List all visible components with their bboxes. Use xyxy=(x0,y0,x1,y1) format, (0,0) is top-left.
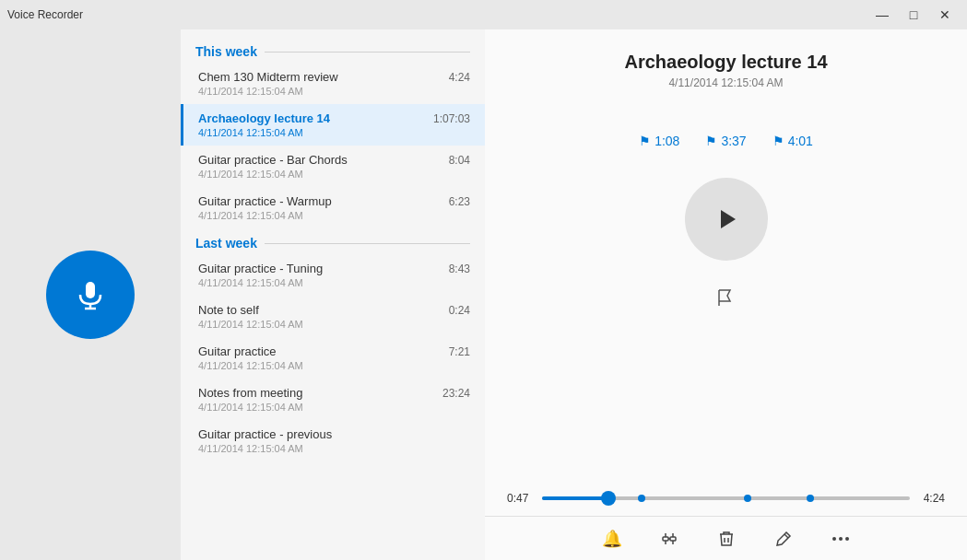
delete-button[interactable] xyxy=(711,523,742,554)
recording-date-rec-1: 4/11/2014 12:15:04 AM xyxy=(198,86,470,97)
rename-icon xyxy=(773,529,794,549)
app-body: This week Chem 130 Midterm review 4:24 4… xyxy=(0,29,967,560)
svg-point-11 xyxy=(839,537,843,541)
svg-point-10 xyxy=(832,537,836,541)
title-bar: Voice Recorder — □ ✕ xyxy=(0,0,967,29)
recording-duration-rec-8: 23:24 xyxy=(442,387,470,400)
marker-dot-1 xyxy=(638,495,645,502)
add-marker-button[interactable] xyxy=(715,286,737,313)
recording-date-rec-3: 4/11/2014 12:15:04 AM xyxy=(198,169,470,180)
player-header: Archaeology lecture 14 4/11/2014 12:15:0… xyxy=(609,29,842,89)
recording-item-rec-4[interactable]: Guitar practice - Warmup 6:23 4/11/2014 … xyxy=(181,187,485,228)
flag-icon-1: ⚑ xyxy=(639,134,651,148)
section-label-last-week: Last week xyxy=(195,236,257,251)
player-title: Archaeology lecture 14 xyxy=(624,52,827,73)
play-button[interactable] xyxy=(685,178,768,261)
marker-time-2: 3:37 xyxy=(721,134,746,148)
recording-name-rec-6: Note to self xyxy=(198,303,259,317)
recording-name-rec-4: Guitar practice - Warmup xyxy=(198,194,332,208)
svg-marker-3 xyxy=(721,210,736,228)
marker-item-2[interactable]: ⚑ 3:37 xyxy=(705,134,746,148)
marker-dot-3 xyxy=(807,495,814,502)
recording-date-rec-8: 4/11/2014 12:15:04 AM xyxy=(198,402,470,413)
recording-duration-rec-5: 8:43 xyxy=(449,262,470,275)
recording-item-rec-2[interactable]: Archaeology lecture 14 1:07:03 4/11/2014… xyxy=(181,104,485,146)
flag-icon-3: ⚑ xyxy=(772,134,784,148)
recording-duration-rec-2: 1:07:03 xyxy=(433,112,470,125)
share-button[interactable]: 🔔 xyxy=(596,523,628,554)
recording-duration-rec-3: 8:04 xyxy=(449,154,470,167)
marker-dot-2 xyxy=(744,495,751,502)
svg-rect-4 xyxy=(663,537,668,541)
marker-item-3[interactable]: ⚑ 4:01 xyxy=(772,134,813,148)
player-markers: ⚑ 1:08 ⚑ 3:37 ⚑ 4:01 xyxy=(639,134,813,148)
recording-item-rec-3[interactable]: Guitar practice - Bar Chords 8:04 4/11/2… xyxy=(181,146,485,187)
svg-rect-0 xyxy=(86,282,95,298)
svg-rect-5 xyxy=(670,537,676,541)
recording-duration-rec-1: 4:24 xyxy=(449,71,470,84)
window-controls: — □ ✕ xyxy=(867,2,960,28)
rename-button[interactable] xyxy=(768,523,799,554)
recording-name-rec-7: Guitar practice xyxy=(198,344,277,358)
trim-icon xyxy=(659,529,679,549)
record-button[interactable] xyxy=(46,251,135,339)
recording-item-rec-7[interactable]: Guitar practice 7:21 4/11/2014 12:15:04 … xyxy=(181,337,485,379)
recording-duration-rec-7: 7:21 xyxy=(449,345,470,358)
play-icon xyxy=(713,206,739,232)
app-title: Voice Recorder xyxy=(7,8,83,21)
marker-time-3: 4:01 xyxy=(788,134,813,148)
share-icon-unicode: 🔔 xyxy=(602,529,622,549)
total-time: 4:24 xyxy=(919,492,945,505)
recording-item-rec-5[interactable]: Guitar practice - Tuning 8:43 4/11/2014 … xyxy=(181,254,485,296)
mic-icon xyxy=(74,278,107,311)
recording-duration-rec-6: 0:24 xyxy=(449,304,470,317)
section-header-this-week: This week xyxy=(181,37,485,63)
recording-name-rec-9: Guitar practice - previous xyxy=(198,427,332,441)
section-header-last-week: Last week xyxy=(181,228,485,254)
recording-name-rec-3: Guitar practice - Bar Chords xyxy=(198,153,348,167)
flag-add-area xyxy=(715,286,737,313)
recording-date-rec-9: 4/11/2014 12:15:04 AM xyxy=(198,443,470,454)
marker-time-1: 1:08 xyxy=(654,134,679,148)
recording-list: This week Chem 130 Midterm review 4:24 4… xyxy=(181,29,485,560)
progress-area: 0:47 4:24 xyxy=(485,481,967,516)
recording-item-rec-9[interactable]: Guitar practice - previous 4/11/2014 12:… xyxy=(181,420,485,461)
current-time: 0:47 xyxy=(507,492,533,505)
recording-date-rec-4: 4/11/2014 12:15:04 AM xyxy=(198,210,470,221)
close-button[interactable]: ✕ xyxy=(930,2,960,28)
flag-add-icon xyxy=(715,286,737,309)
recording-item-rec-8[interactable]: Notes from meeting 23:24 4/11/2014 12:15… xyxy=(181,379,485,420)
recording-name-rec-5: Guitar practice - Tuning xyxy=(198,262,323,275)
more-button[interactable] xyxy=(825,523,856,554)
section-divider-last-week xyxy=(265,243,470,244)
play-area xyxy=(685,178,768,261)
recording-name-rec-8: Notes from meeting xyxy=(198,386,302,400)
progress-thumb xyxy=(601,491,616,506)
svg-point-12 xyxy=(845,537,849,541)
section-divider-this-week xyxy=(265,52,470,52)
recording-date-rec-6: 4/11/2014 12:15:04 AM xyxy=(198,319,470,330)
recording-name-rec-1: Chem 130 Midterm review xyxy=(198,70,338,84)
recording-date-rec-2: 4/11/2014 12:15:04 AM xyxy=(198,127,470,138)
progress-bar-fill xyxy=(542,496,608,500)
more-icon xyxy=(831,529,851,549)
recording-date-rec-5: 4/11/2014 12:15:04 AM xyxy=(198,277,470,288)
trim-button[interactable] xyxy=(654,523,685,554)
player-area: Archaeology lecture 14 4/11/2014 12:15:0… xyxy=(485,29,967,560)
section-label-this-week: This week xyxy=(195,44,257,59)
marker-item-1[interactable]: ⚑ 1:08 xyxy=(639,134,679,148)
sidebar-left xyxy=(0,29,181,560)
progress-bar[interactable] xyxy=(542,496,910,500)
recording-item-rec-1[interactable]: Chem 130 Midterm review 4:24 4/11/2014 1… xyxy=(181,63,485,104)
delete-icon xyxy=(716,529,737,549)
recording-item-rec-6[interactable]: Note to self 0:24 4/11/2014 12:15:04 AM xyxy=(181,296,485,337)
maximize-button[interactable]: □ xyxy=(899,2,928,28)
recording-duration-rec-4: 6:23 xyxy=(449,195,470,208)
flag-icon-2: ⚑ xyxy=(705,134,717,148)
recording-date-rec-7: 4/11/2014 12:15:04 AM xyxy=(198,360,470,371)
player-date: 4/11/2014 12:15:04 AM xyxy=(624,76,827,89)
recording-name-rec-2: Archaeology lecture 14 xyxy=(198,111,330,125)
svg-line-9 xyxy=(784,534,788,538)
bottom-toolbar: 🔔 xyxy=(485,516,967,560)
minimize-button[interactable]: — xyxy=(867,2,897,28)
